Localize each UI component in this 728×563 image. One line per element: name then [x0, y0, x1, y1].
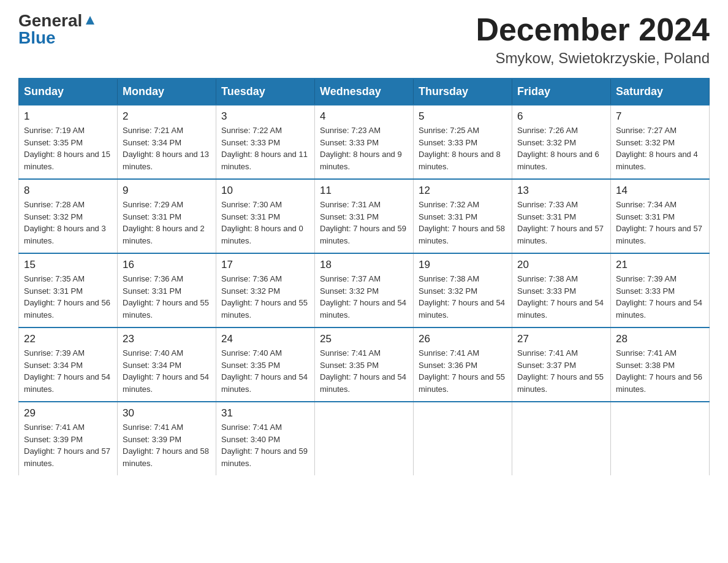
day-number: 25 [320, 333, 408, 345]
day-number: 24 [221, 333, 309, 345]
day-number: 4 [320, 110, 408, 123]
header-saturday: Saturday [611, 79, 710, 105]
day-number: 8 [24, 185, 112, 197]
day-cell: 26 Sunrise: 7:41 AMSunset: 3:36 PMDaylig… [414, 327, 512, 402]
day-number: 6 [517, 110, 605, 123]
header-friday: Friday [512, 79, 611, 105]
calendar-table: Sunday Monday Tuesday Wednesday Thursday… [18, 78, 710, 475]
day-info: Sunrise: 7:35 AMSunset: 3:31 PMDaylight:… [24, 274, 110, 320]
day-info: Sunrise: 7:21 AMSunset: 3:34 PMDaylight:… [123, 126, 209, 171]
day-info: Sunrise: 7:41 AMSunset: 3:35 PMDaylight:… [320, 348, 406, 394]
logo-icon [83, 13, 97, 27]
header-sunday: Sunday [19, 79, 118, 105]
day-cell: 10 Sunrise: 7:30 AMSunset: 3:31 PMDaylig… [216, 179, 315, 253]
day-cell: 3 Sunrise: 7:22 AMSunset: 3:33 PMDayligh… [216, 105, 315, 179]
day-cell [315, 402, 414, 475]
day-cell: 21 Sunrise: 7:39 AMSunset: 3:33 PMDaylig… [611, 253, 710, 327]
day-number: 9 [123, 185, 211, 197]
day-info: Sunrise: 7:41 AMSunset: 3:40 PMDaylight:… [221, 423, 308, 468]
day-number: 30 [123, 407, 211, 419]
day-info: Sunrise: 7:32 AMSunset: 3:31 PMDaylight:… [419, 200, 505, 245]
logo: General Blue [18, 12, 97, 47]
day-number: 2 [123, 110, 211, 123]
day-number: 27 [517, 333, 605, 345]
day-info: Sunrise: 7:28 AMSunset: 3:32 PMDaylight:… [24, 200, 106, 245]
day-info: Sunrise: 7:27 AMSunset: 3:32 PMDaylight:… [616, 126, 698, 171]
day-cell: 18 Sunrise: 7:37 AMSunset: 3:32 PMDaylig… [315, 253, 414, 327]
day-cell [512, 402, 611, 475]
day-number: 20 [517, 259, 605, 271]
day-cell: 15 Sunrise: 7:35 AMSunset: 3:31 PMDaylig… [19, 253, 118, 327]
day-number: 23 [123, 333, 211, 345]
day-info: Sunrise: 7:22 AMSunset: 3:33 PMDaylight:… [221, 126, 308, 171]
weekday-header-row: Sunday Monday Tuesday Wednesday Thursday… [19, 79, 710, 105]
day-number: 18 [320, 259, 408, 271]
header-wednesday: Wednesday [315, 79, 414, 105]
day-number: 15 [24, 259, 112, 271]
day-cell: 31 Sunrise: 7:41 AMSunset: 3:40 PMDaylig… [216, 402, 315, 475]
day-number: 3 [221, 110, 309, 123]
day-info: Sunrise: 7:36 AMSunset: 3:31 PMDaylight:… [123, 274, 209, 320]
day-cell [611, 402, 710, 475]
day-cell: 19 Sunrise: 7:38 AMSunset: 3:32 PMDaylig… [414, 253, 512, 327]
day-cell: 17 Sunrise: 7:36 AMSunset: 3:32 PMDaylig… [216, 253, 315, 327]
day-cell: 22 Sunrise: 7:39 AMSunset: 3:34 PMDaylig… [19, 327, 118, 402]
day-number: 26 [419, 333, 507, 345]
day-info: Sunrise: 7:40 AMSunset: 3:34 PMDaylight:… [123, 348, 209, 394]
day-info: Sunrise: 7:23 AMSunset: 3:33 PMDaylight:… [320, 126, 402, 171]
day-info: Sunrise: 7:38 AMSunset: 3:33 PMDaylight:… [517, 274, 604, 320]
day-info: Sunrise: 7:26 AMSunset: 3:32 PMDaylight:… [517, 126, 599, 171]
day-number: 29 [24, 407, 112, 419]
day-cell: 1 Sunrise: 7:19 AMSunset: 3:35 PMDayligh… [19, 105, 118, 179]
day-number: 17 [221, 259, 309, 271]
day-number: 11 [320, 185, 408, 197]
day-cell [414, 402, 512, 475]
day-cell: 8 Sunrise: 7:28 AMSunset: 3:32 PMDayligh… [19, 179, 118, 253]
day-cell: 23 Sunrise: 7:40 AMSunset: 3:34 PMDaylig… [118, 327, 216, 402]
day-info: Sunrise: 7:29 AMSunset: 3:31 PMDaylight:… [123, 200, 205, 245]
day-cell: 25 Sunrise: 7:41 AMSunset: 3:35 PMDaylig… [315, 327, 414, 402]
day-info: Sunrise: 7:30 AMSunset: 3:31 PMDaylight:… [221, 200, 303, 245]
day-cell: 2 Sunrise: 7:21 AMSunset: 3:34 PMDayligh… [118, 105, 216, 179]
day-cell: 14 Sunrise: 7:34 AMSunset: 3:31 PMDaylig… [611, 179, 710, 253]
day-info: Sunrise: 7:41 AMSunset: 3:37 PMDaylight:… [517, 348, 604, 394]
day-number: 16 [123, 259, 211, 271]
day-cell: 9 Sunrise: 7:29 AMSunset: 3:31 PMDayligh… [118, 179, 216, 253]
day-info: Sunrise: 7:25 AMSunset: 3:33 PMDaylight:… [419, 126, 501, 171]
day-info: Sunrise: 7:37 AMSunset: 3:32 PMDaylight:… [320, 274, 406, 320]
header: General Blue December 2024 Smykow, Swiet… [18, 12, 710, 67]
day-cell: 12 Sunrise: 7:32 AMSunset: 3:31 PMDaylig… [414, 179, 512, 253]
day-number: 21 [616, 259, 704, 271]
day-info: Sunrise: 7:38 AMSunset: 3:32 PMDaylight:… [419, 274, 505, 320]
day-number: 14 [616, 185, 704, 197]
svg-marker-0 [86, 16, 94, 25]
day-number: 10 [221, 185, 309, 197]
day-info: Sunrise: 7:34 AMSunset: 3:31 PMDaylight:… [616, 200, 702, 245]
logo-general-text: General [18, 12, 82, 29]
week-row-3: 15 Sunrise: 7:35 AMSunset: 3:31 PMDaylig… [19, 253, 710, 327]
day-number: 19 [419, 259, 507, 271]
week-row-4: 22 Sunrise: 7:39 AMSunset: 3:34 PMDaylig… [19, 327, 710, 402]
day-info: Sunrise: 7:33 AMSunset: 3:31 PMDaylight:… [517, 200, 604, 245]
day-number: 22 [24, 333, 112, 345]
day-cell: 5 Sunrise: 7:25 AMSunset: 3:33 PMDayligh… [414, 105, 512, 179]
day-cell: 16 Sunrise: 7:36 AMSunset: 3:31 PMDaylig… [118, 253, 216, 327]
header-tuesday: Tuesday [216, 79, 315, 105]
day-number: 12 [419, 185, 507, 197]
day-cell: 7 Sunrise: 7:27 AMSunset: 3:32 PMDayligh… [611, 105, 710, 179]
day-info: Sunrise: 7:41 AMSunset: 3:39 PMDaylight:… [123, 423, 209, 468]
logo-blue-text: Blue [18, 29, 56, 47]
day-number: 7 [616, 110, 704, 123]
day-cell: 20 Sunrise: 7:38 AMSunset: 3:33 PMDaylig… [512, 253, 611, 327]
title-area: December 2024 Smykow, Swietokrzyskie, Po… [476, 12, 710, 67]
week-row-2: 8 Sunrise: 7:28 AMSunset: 3:32 PMDayligh… [19, 179, 710, 253]
day-number: 5 [419, 110, 507, 123]
day-info: Sunrise: 7:39 AMSunset: 3:33 PMDaylight:… [616, 274, 702, 320]
day-cell: 11 Sunrise: 7:31 AMSunset: 3:31 PMDaylig… [315, 179, 414, 253]
location-title: Smykow, Swietokrzyskie, Poland [476, 50, 710, 67]
day-number: 31 [221, 407, 309, 419]
day-cell: 6 Sunrise: 7:26 AMSunset: 3:32 PMDayligh… [512, 105, 611, 179]
day-number: 1 [24, 110, 112, 123]
day-info: Sunrise: 7:36 AMSunset: 3:32 PMDaylight:… [221, 274, 308, 320]
day-cell: 27 Sunrise: 7:41 AMSunset: 3:37 PMDaylig… [512, 327, 611, 402]
